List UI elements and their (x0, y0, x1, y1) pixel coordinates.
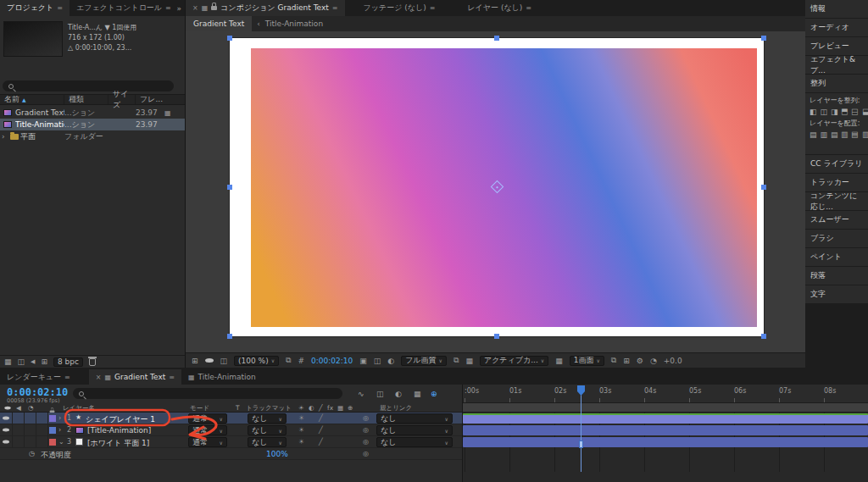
panel-menu-icon[interactable]: ≡ (64, 374, 70, 381)
exposure-value[interactable]: +0.0 (664, 357, 682, 365)
panel-header-preview[interactable]: プレビュー (805, 37, 868, 55)
playhead-grip[interactable] (579, 440, 583, 448)
selection-handle[interactable] (494, 36, 499, 41)
tab-composition[interactable]: × ▦ コンポジション Gradient Text ≡ (186, 0, 345, 16)
quality-switch-icon[interactable]: ╱ (319, 414, 323, 422)
twirl-icon[interactable]: › (58, 426, 61, 434)
tab-timeline-title-animation[interactable]: ▦ Title-Animation (181, 369, 263, 385)
frame-blend-icon[interactable]: ◐ (395, 390, 402, 398)
panel-menu-icon[interactable]: ≡ (165, 4, 171, 12)
panel-header-effects-presets[interactable]: エフェクト&プ... (805, 56, 868, 74)
pixel-aspect-icon[interactable]: ▦ (465, 357, 473, 365)
panel-header-character[interactable]: 文字 (805, 285, 868, 303)
layer-bar-shape-layer[interactable] (463, 413, 868, 424)
opacity-value[interactable]: 100% (266, 450, 288, 458)
timeline-current-time[interactable]: 0:00:02:10 (7, 386, 68, 398)
eye-icon[interactable] (3, 439, 9, 445)
panel-header-paragraph[interactable]: 段落 (805, 267, 868, 285)
tab-footage[interactable]: フッテージ (なし) ≡ (357, 0, 442, 16)
panel-header-align[interactable]: 整列 (805, 75, 868, 92)
magnification-dropdown[interactable]: (100 %)∨ (234, 356, 279, 366)
align-left-icon[interactable]: ◧ (810, 108, 817, 116)
distribute-top-icon[interactable]: ▤ (810, 130, 817, 139)
view-options-icon[interactable]: ▦ (555, 357, 563, 365)
align-top-icon[interactable]: ◧ (841, 108, 849, 116)
column-track-matte[interactable]: トラックマット (246, 404, 292, 413)
project-item-title[interactable]: Title-A...ん ▼ 1回使用 (68, 23, 136, 33)
distribute-hcenter-icon[interactable]: ▥ (851, 131, 860, 139)
selection-handle[interactable] (761, 185, 766, 190)
pickwhip-icon[interactable]: ◎ (363, 450, 369, 457)
pickwhip-icon[interactable]: ◎ (363, 438, 369, 446)
tab-effect-controls[interactable]: エフェクトコントロール ≡ (70, 0, 174, 16)
gear-icon[interactable]: ⚙ (637, 357, 643, 365)
list-view-icon[interactable]: ◫ (18, 357, 25, 366)
interpret-footage-icon[interactable]: ◀ (31, 358, 35, 365)
panel-header-cc-libraries[interactable]: CC ライブラリ (805, 155, 868, 173)
pickwhip-icon[interactable]: ◎ (363, 426, 369, 434)
crumb-current-comp[interactable]: Gradient Text (186, 16, 252, 31)
column-header-type[interactable]: 種類 (64, 95, 108, 104)
column-header-size[interactable]: サイズ (108, 95, 136, 104)
selection-handle[interactable] (227, 36, 232, 41)
timeline-button-icon[interactable]: ⧉ (611, 356, 616, 365)
timeline-track-area[interactable]: :00s 01s 02s 03s 04s 05s 06s 07s 08s (462, 385, 868, 482)
selection-handle[interactable] (227, 185, 232, 190)
active-camera-dropdown[interactable]: アクティブカ...∨ (480, 356, 548, 366)
blend-mode-dropdown[interactable]: 通常∨ (188, 425, 227, 435)
parent-link-dropdown[interactable]: なし∨ (376, 437, 453, 447)
region-of-interest-icon[interactable]: ⧉ (286, 356, 291, 365)
panel-menu-icon[interactable]: ≡ (169, 374, 175, 381)
panel-header-paint[interactable]: ペイント (805, 248, 868, 266)
flowchart-icon[interactable]: ⊞ (623, 357, 630, 365)
draft-3d-icon[interactable]: ◫ (376, 390, 384, 398)
resolution-dropdown[interactable]: フル画質∨ (401, 356, 447, 366)
distribute-bottom-icon[interactable]: ▤ (831, 130, 838, 139)
align-right-icon[interactable]: ◨ (831, 108, 838, 116)
playhead-line[interactable] (581, 386, 581, 472)
motion-blur-preview-icon[interactable]: ◐ (387, 357, 394, 365)
panel-header-brushes[interactable]: ブラシ (805, 230, 868, 247)
close-icon[interactable]: × (192, 4, 198, 12)
column-parent-link[interactable]: 親とリンク (380, 404, 412, 413)
project-row-title-animation[interactable]: Title-Animation ...ション 23.97 (0, 119, 185, 130)
parent-link-dropdown[interactable]: なし∨ (376, 413, 453, 424)
show-snapshot-icon[interactable]: ◫ (374, 357, 381, 365)
exposure-icon[interactable]: ◔ (650, 357, 657, 365)
layer-row-title-animation[interactable]: › 2 [Title-Animation] 通常∨ なし∨ ☀ ╱ ◎ なし∨ (0, 424, 462, 436)
distribute-vcenter-icon[interactable]: ▥ (821, 130, 828, 139)
composition-viewer[interactable] (186, 31, 805, 352)
panel-menu-icon[interactable]: ≡ (57, 4, 63, 12)
layer-name[interactable]: [Title-Animation] (87, 426, 151, 435)
panel-menu-icon[interactable]: ≡ (430, 4, 436, 12)
delete-icon[interactable] (89, 358, 96, 366)
layer-bar-white-solid[interactable] (463, 437, 868, 447)
time-ruler[interactable]: :00s 01s 02s 03s 04s 05s 06s 07s 08s (463, 385, 868, 403)
blend-mode-dropdown[interactable]: 通常∨ (188, 413, 227, 424)
quality-switch-icon[interactable]: ╱ (319, 426, 323, 434)
twirl-icon[interactable]: › (0, 132, 8, 141)
track-matte-dropdown[interactable]: なし∨ (248, 437, 287, 447)
layer-bar-title-animation[interactable] (463, 425, 868, 435)
snapshot-camera-icon[interactable]: ▣ (359, 357, 367, 365)
stopwatch-icon[interactable]: ◷ (29, 450, 35, 457)
motion-blur-icon[interactable]: ▦ (414, 390, 421, 398)
column-header-name[interactable]: 名前 ▲ (0, 95, 64, 104)
panel-header-smoother[interactable]: スムーザー (805, 211, 868, 229)
column-t[interactable]: T (236, 404, 240, 412)
selection-handle[interactable] (761, 334, 766, 339)
selection-handle[interactable] (227, 334, 232, 339)
column-mode[interactable]: モード (190, 404, 209, 413)
panel-header-content-aware[interactable]: コンテンツに応じ... (805, 192, 868, 210)
current-time-display[interactable]: 0:00:02:10 (311, 357, 353, 365)
tab-timeline-gradient-text[interactable]: × ▦ Gradient Text ≡ (89, 369, 181, 385)
layer-color-swatch[interactable] (49, 439, 56, 446)
lock-icon[interactable] (211, 6, 217, 10)
track-matte-dropdown[interactable]: なし∨ (248, 425, 287, 435)
align-center-v-icon[interactable]: ◫ (851, 108, 860, 116)
eye-icon[interactable] (3, 427, 9, 433)
parent-link-dropdown[interactable]: なし∨ (376, 425, 453, 435)
column-header-frames[interactable]: フレ... (136, 95, 185, 104)
gradient-shape-layer[interactable] (251, 48, 757, 327)
column-layer-name[interactable]: レイヤー名 (63, 404, 95, 413)
